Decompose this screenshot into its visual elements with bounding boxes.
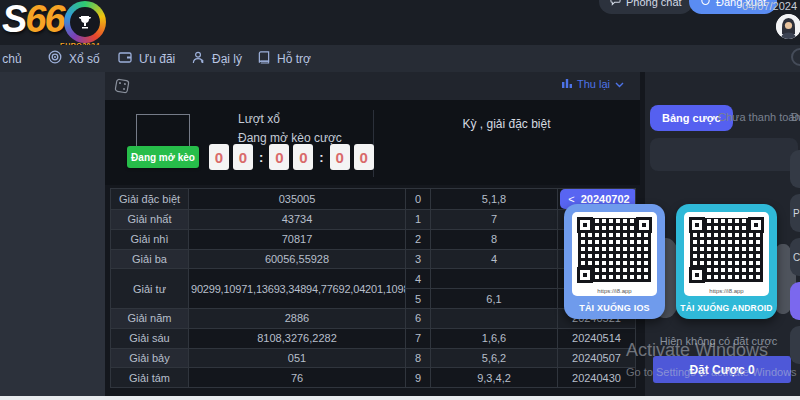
download-ios-card[interactable]: https://i8.app TẢI XUỐNG IOS [564, 204, 665, 319]
empty-bets-text: Hiện không có đặt cược [645, 335, 792, 347]
chart-icon [562, 78, 572, 90]
prize-label-cell: Giải sáu [111, 328, 189, 348]
nav-label: Ưu đãi [139, 52, 175, 66]
qr-url-text: https://i8.app [684, 288, 769, 294]
place-bet-button[interactable]: Đặt Cược 0 [653, 356, 791, 383]
bet-filter-panel [650, 138, 798, 171]
digit-index-cell: 9 [406, 368, 431, 388]
round-status: Đang mở kèo cược [238, 131, 342, 145]
chat-icon [610, 0, 621, 8]
book-icon [258, 51, 270, 67]
nav-label: Trang chủ [0, 52, 22, 66]
prize-numbers-cell: 43734 [189, 210, 406, 230]
prize-numbers-cell: 2886 [189, 308, 406, 328]
digit-value-cell: 9,3,4,2 [431, 368, 558, 388]
digit-value-cell: 7 [431, 210, 558, 230]
left-gutter [0, 72, 105, 396]
dice-icon [113, 77, 131, 99]
topbar: S666 EURO2024 Phòng chat Đăng xuất 04/07… [0, 0, 800, 45]
prize-numbers-cell: 76 [189, 368, 406, 388]
nav-item-support[interactable]: Hỗ trợ [258, 45, 311, 72]
download-ios-label: TẢI XUỐNG IOS [564, 303, 665, 313]
digit-value-cell: 8 [431, 229, 558, 249]
digit-value-cell: 5,6,2 [431, 348, 558, 368]
digit-value-cell [431, 269, 558, 289]
draw-date-cell[interactable]: 20240430 [558, 368, 636, 388]
digit-index-cell: 6 [406, 308, 431, 328]
period-header: Kỳ , giải đặc biệt [373, 117, 640, 131]
qr-code-android: https://i8.app [684, 212, 769, 296]
draw-date-cell[interactable]: 20240514 [558, 328, 636, 348]
nav-label: Hỗ trợ [277, 52, 311, 66]
nav-label: Đại lý [212, 52, 242, 66]
round-label: Lượt xổ [238, 112, 280, 126]
timer-colon: : [259, 150, 263, 165]
nav-item-lottery[interactable]: Xổ số [48, 45, 100, 72]
current-date: 04/07/2024 [742, 0, 797, 12]
prize-label-cell: Giải nhì [111, 229, 189, 249]
digit-index-cell: 4 [406, 269, 431, 289]
digit-value-cell: 4 [431, 249, 558, 269]
prize-label-cell: Giải ba [111, 249, 189, 269]
floating-button-purple[interactable] [790, 282, 800, 320]
timer-digit: 0 [233, 144, 253, 170]
timer-digit: 0 [209, 144, 229, 170]
chevron-down-icon [615, 78, 624, 90]
prize-numbers-cell: 035005 [189, 189, 406, 210]
nav-item-home[interactable]: Trang chủ [0, 45, 22, 72]
tab-paid-cut[interactable]: Đã [791, 111, 800, 123]
user-avatar[interactable] [776, 14, 800, 39]
collapse-label: Thu lại [577, 78, 610, 90]
wallet-icon [118, 51, 132, 66]
prize-numbers-cell: 051 [189, 348, 406, 368]
digit-index-cell: 0 [406, 189, 431, 210]
prize-label-cell: Giải nhất [111, 210, 189, 230]
prize-numbers-cell: 90299,10971,13693,34894,77692,04201,1098… [189, 269, 406, 309]
floating-button[interactable] [790, 150, 800, 188]
main-nav: Trang chủ Xổ số Ưu đãi Đại lý Hỗ trợ [0, 45, 800, 72]
bottom-strip [0, 396, 800, 400]
agent-icon [192, 51, 205, 67]
prize-label-cell: Giải năm [111, 308, 189, 328]
chat-button[interactable]: Phòng chat [599, 0, 693, 14]
digit-value-cell: 1,6,6 [431, 328, 558, 348]
floating-button[interactable]: C [790, 238, 800, 276]
prize-label-cell: Giải tư [111, 269, 189, 309]
target-icon [48, 50, 62, 67]
open-status-chip: Đang mở kèo [127, 146, 199, 168]
results-table-wrap: Giải đặc biệt 035005 0 5,1,8 <20240702 G… [110, 188, 636, 396]
logo-text-s: S [2, 0, 25, 40]
chat-button-label: Phòng chat [626, 0, 682, 8]
timer-digit: 0 [269, 144, 289, 170]
digit-index-cell: 3 [406, 249, 431, 269]
timer-digit: 0 [293, 144, 313, 170]
qr-url-text: https://i8.app [572, 288, 657, 294]
nav-item-agent[interactable]: Đại lý [192, 45, 242, 72]
draw-panel: Lượt xổ Đang mở kèo cược Đang mở kèo 0 0… [105, 100, 640, 185]
chevron-left-icon: < [568, 193, 574, 205]
tab-unpaid[interactable]: Chưa thanh toán [718, 111, 800, 123]
prize-numbers-cell: 8108,3276,2282 [189, 328, 406, 348]
content-header: Thu lại [105, 72, 640, 100]
collapse-toggle[interactable]: Thu lại [562, 78, 624, 90]
draw-date-cell[interactable]: 20240507 [558, 348, 636, 368]
countdown-timer: 0 0 : 0 0 : 0 0 [209, 144, 374, 170]
digit-value-cell: 5,1,8 [431, 189, 558, 210]
nav-label: Xổ số [69, 52, 100, 66]
floating-button[interactable]: P [790, 194, 800, 232]
nav-item-promotions[interactable]: Ưu đãi [118, 45, 175, 72]
qr-code-ios: https://i8.app [572, 212, 657, 296]
digit-value-cell: 6,1 [431, 289, 558, 309]
timer-digit: 0 [330, 144, 350, 170]
euro-trophy-icon [64, 1, 106, 43]
digit-index-cell: 1 [406, 210, 431, 230]
download-android-label: TẢI XUỐNG ANDROID [676, 303, 777, 313]
floating-button[interactable] [790, 326, 800, 364]
timer-digit: 0 [354, 144, 374, 170]
digit-value-cell [431, 308, 558, 328]
results-table: Giải đặc biệt 035005 0 5,1,8 <20240702 G… [110, 188, 636, 388]
prize-label-cell: Giải bảy [111, 348, 189, 368]
digit-index-cell: 7 [406, 328, 431, 348]
page: S666 EURO2024 Phòng chat Đăng xuất 04/07… [0, 0, 800, 400]
download-android-card[interactable]: https://i8.app TẢI XUỐNG ANDROID [676, 204, 777, 319]
